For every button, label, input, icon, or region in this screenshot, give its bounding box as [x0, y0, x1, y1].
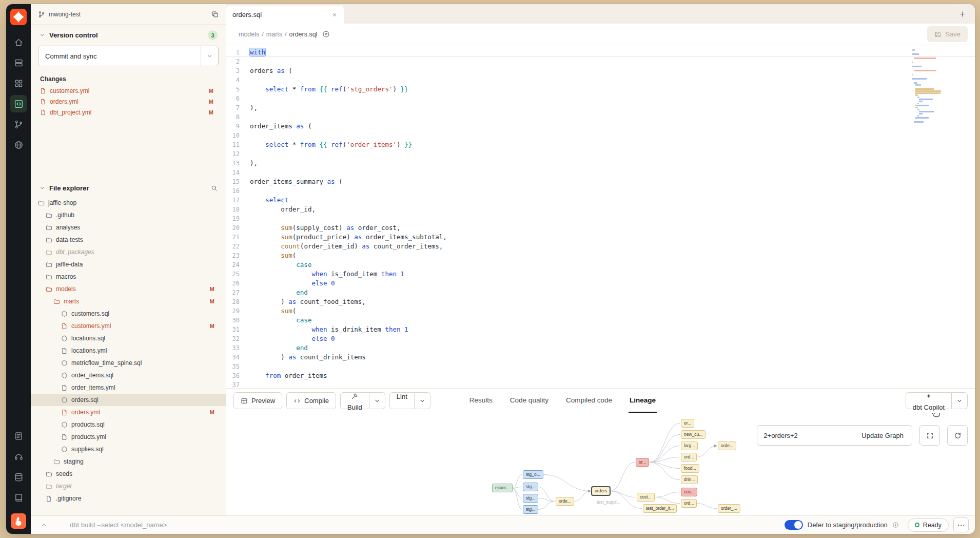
code-line-18[interactable]: 18 order_id, — [226, 205, 975, 214]
tree-item-locations.sql[interactable]: locations.sql — [31, 332, 226, 344]
code-line-28[interactable]: 28 ) as count_food_items, — [226, 297, 975, 306]
lineage-node-test_suppl[interactable]: test_suppl... — [594, 498, 623, 507]
panel-tab-lineage[interactable]: Lineage — [629, 389, 657, 413]
code-line-22[interactable]: 22 count(order_item_id) as count_order_i… — [226, 242, 975, 251]
tab-orders-sql[interactable]: orders.sql — [226, 6, 344, 24]
search-files-icon[interactable] — [211, 185, 218, 191]
nav-docs[interactable] — [10, 489, 27, 506]
lineage-node-stg[interactable]: stg... — [523, 483, 538, 491]
code-line-36[interactable]: 36 from order_items — [226, 371, 975, 380]
code-line-34[interactable]: 34 ) as count_drink_items — [226, 353, 975, 362]
code-line-32[interactable]: 32 else 0 — [226, 334, 975, 343]
nav-studio[interactable] — [10, 95, 27, 112]
build-button[interactable]: Build — [340, 392, 369, 409]
nav-branch[interactable] — [10, 116, 27, 133]
tree-item-supplies.sql[interactable]: supplies.sql — [31, 443, 226, 455]
code-line-4[interactable]: 4 — [226, 75, 975, 85]
lineage-node-drin[interactable]: drin... — [681, 475, 698, 484]
tree-item-customers.yml[interactable]: customers.yml M — [31, 320, 226, 332]
compile-button[interactable]: Compile — [286, 392, 336, 409]
overflow-menu-button[interactable]: ⋯ — [953, 517, 969, 532]
code-line-23[interactable]: 23 sum( — [226, 251, 975, 260]
tree-item-locations.yml[interactable]: locations.yml — [31, 344, 226, 357]
copilot-dropdown[interactable] — [952, 392, 968, 409]
code-line-30[interactable]: 30 case — [226, 316, 975, 325]
code-line-24[interactable]: 24 case — [226, 260, 975, 270]
panel-tab-results[interactable]: Results — [468, 389, 494, 413]
lineage-node-ord[interactable]: ord... — [681, 499, 697, 508]
panel-tab-code-quality[interactable]: Code quality — [509, 389, 550, 413]
code-line-31[interactable]: 31 when is_drink_item then 1 — [226, 325, 975, 334]
code-line-33[interactable]: 33 end — [226, 343, 975, 353]
dbt-copilot-button[interactable]: dbt Copilot — [906, 392, 968, 409]
code-line-14[interactable]: 14 — [226, 168, 975, 177]
tree-item-seeds[interactable]: seeds — [31, 468, 226, 480]
collapse-version-control-icon[interactable] — [39, 32, 46, 39]
nav-home[interactable] — [10, 33, 27, 51]
tree-item-dbt_packages[interactable]: dbt_packages — [31, 246, 226, 258]
code-line-19[interactable]: 19 — [226, 214, 975, 223]
save-button[interactable]: Save — [927, 26, 968, 42]
code-line-8[interactable]: 8 — [226, 112, 975, 122]
tree-item-jaffle-shop[interactable]: jaffle-shop — [31, 197, 226, 209]
code-line-13[interactable]: 13 ), — [226, 159, 975, 168]
new-tab-button[interactable] — [954, 6, 970, 22]
changed-file-orders.yml[interactable]: orders.yml M — [31, 96, 226, 107]
lineage-node-stg_o[interactable]: stg_o... — [523, 470, 543, 479]
tree-item-order_items.yml[interactable]: order_items.yml — [31, 381, 226, 394]
tree-item-target[interactable]: target — [31, 480, 226, 492]
code-line-16[interactable]: 16 — [226, 186, 975, 196]
code-line-37[interactable]: 37 — [226, 380, 975, 388]
tree-item-jaffle-data[interactable]: jaffle-data — [31, 258, 226, 271]
lineage-node-cust[interactable]: cust... — [637, 493, 655, 502]
code-line-27[interactable]: 27 end — [226, 288, 975, 297]
expand-command-bar-button[interactable] — [37, 518, 50, 532]
tree-item-data-tests[interactable]: data-tests — [31, 234, 226, 246]
build-dropdown[interactable] — [369, 392, 385, 409]
breadcrumb-models[interactable]: models — [239, 31, 259, 38]
code-line-25[interactable]: 25 when is_food_item then 1 — [226, 270, 975, 279]
tree-item-products.sql[interactable]: products.sql — [31, 418, 226, 431]
tree-item-.gitignore[interactable]: .gitignore — [31, 492, 226, 505]
tree-item-order_items.sql[interactable]: order_items.sql — [31, 369, 226, 381]
breadcrumb-link-icon[interactable] — [322, 30, 330, 38]
code-line-6[interactable]: 6 — [226, 94, 975, 103]
nav-orchestrate[interactable] — [10, 136, 27, 153]
code-line-11[interactable]: 11 select * from {{ ref('order_items') }… — [226, 140, 975, 149]
lineage-node-ecom[interactable]: ecom... — [492, 484, 513, 492]
breadcrumb-orders.sql[interactable]: orders.sql — [289, 31, 318, 38]
lineage-node-orde[interactable]: orde... — [718, 441, 736, 450]
code-line-1[interactable]: 1 with — [226, 48, 975, 57]
code-line-20[interactable]: 20 sum(supply_cost) as order_cost, — [226, 223, 975, 233]
tree-item-staging[interactable]: staging — [31, 455, 226, 468]
lineage-node-new_cu[interactable]: new_cu... — [681, 430, 705, 439]
code-line-2[interactable]: 2 — [226, 57, 975, 66]
tree-item-macros[interactable]: macros — [31, 271, 226, 283]
copy-branch-icon[interactable] — [211, 11, 219, 18]
lineage-node-or[interactable]: or... — [681, 419, 694, 428]
user-avatar[interactable] — [11, 513, 26, 529]
lineage-node-ord[interactable]: ord... — [681, 453, 697, 462]
tree-item-orders.yml[interactable]: orders.yml M — [31, 406, 226, 418]
code-line-3[interactable]: 3 orders as ( — [226, 66, 975, 75]
lineage-node-food[interactable]: food... — [681, 464, 699, 473]
info-icon[interactable] — [892, 522, 899, 528]
changed-file-customers.yml[interactable]: customers.yml M — [31, 85, 226, 96]
commit-options-dropdown[interactable] — [201, 46, 218, 66]
code-line-35[interactable]: 35 — [226, 362, 975, 371]
lineage-node-larg[interactable]: larg... — [681, 441, 698, 450]
lineage-selector-input[interactable] — [757, 426, 853, 445]
code-editor[interactable]: 1 with 2 3 orders as ( 4 5 select * from… — [226, 45, 975, 388]
dbt-logo-icon[interactable] — [10, 9, 27, 25]
close-tab-icon[interactable] — [331, 12, 338, 18]
defer-toggle[interactable] — [785, 520, 803, 530]
panel-tab-compiled-code[interactable]: Compiled code — [565, 389, 613, 413]
tree-item-products.yml[interactable]: products.yml — [31, 431, 226, 443]
tree-item-.github[interactable]: .github — [31, 209, 226, 221]
command-input[interactable]: dbt build --select <model_name> — [70, 521, 779, 529]
nav-apps[interactable] — [10, 74, 27, 92]
code-line-9[interactable]: 9 order_items as ( — [226, 122, 975, 131]
lint-dropdown[interactable] — [415, 392, 430, 409]
lineage-node-test_order_it[interactable]: test_order_it... — [643, 504, 677, 513]
preview-button[interactable]: Preview — [233, 392, 282, 409]
